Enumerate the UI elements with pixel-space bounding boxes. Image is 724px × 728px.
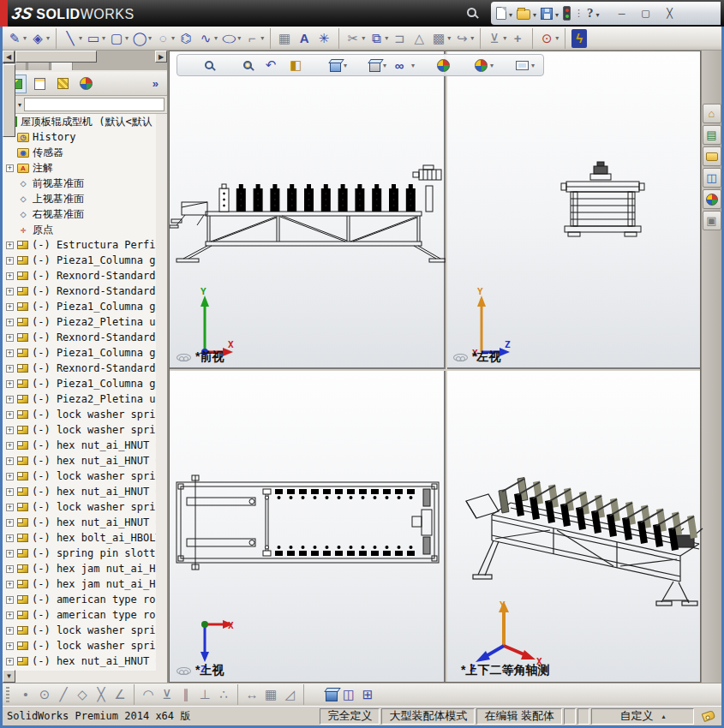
tree-expander[interactable]: + — [6, 242, 14, 249]
custom-properties-icon[interactable]: ▣ — [703, 211, 721, 230]
perpendicular-snap-icon[interactable]: ⊥ — [195, 684, 214, 705]
tree-item-part[interactable]: + (-) lock washer spring — [3, 422, 156, 438]
previous-view-icon[interactable]: ↶ — [263, 57, 283, 73]
tree-item-part[interactable]: + (-) hex nut_ai_HNUT 0.7 — [3, 653, 156, 669]
view-orientation-icon[interactable]: ▾ — [313, 59, 347, 72]
scroll-right-arrow[interactable]: ▶ — [155, 51, 167, 63]
tree-expander[interactable]: + — [6, 473, 14, 480]
save-icon[interactable] — [541, 8, 553, 20]
custom-status-dropdown[interactable]: 自定义 ▴ — [591, 708, 694, 725]
tree-item-part[interactable]: + (-) lock washer spring — [3, 499, 156, 515]
tree-item-part[interactable]: + (-) hex jam nut_ai_HJNU — [3, 561, 156, 576]
section-view-icon[interactable]: ◧ — [288, 57, 308, 73]
tree-item-part[interactable]: + (-) Rexnord-Standard Du — [3, 330, 156, 345]
polygon-snap-icon[interactable]: ◇ — [73, 684, 92, 705]
angle-snap-icon[interactable]: ∠ — [111, 684, 129, 705]
tree-expander[interactable]: + — [6, 550, 14, 558]
tree-item-front-plane[interactable]: 前视基准面 — [3, 176, 156, 191]
design-library-icon[interactable]: ▤ — [703, 125, 721, 145]
menu-item[interactable] — [255, 10, 271, 17]
help-icon[interactable]: ? — [587, 6, 594, 21]
tree-item-right-plane[interactable]: 右视基准面 — [3, 206, 156, 222]
tree-item-part[interactable]: + (-) lock washer spring — [3, 468, 156, 484]
tree-expander[interactable]: + — [6, 612, 14, 619]
smart-dimension-icon[interactable]: ◈▾ — [28, 28, 51, 49]
expand-chevron[interactable]: » — [153, 77, 164, 90]
tree-item-part[interactable]: + (-) american type rolle — [3, 607, 156, 623]
tree-expander[interactable]: + — [6, 504, 14, 511]
tree-expander[interactable]: + — [6, 257, 14, 265]
tree-item-part[interactable]: + (-) lock washer spring — [3, 638, 156, 653]
tree-item-part[interactable]: + (-) lock washer spring — [3, 623, 156, 638]
midpoint-snap-icon[interactable]: ⊻ — [158, 684, 177, 705]
rectangle-icon[interactable]: ▭▾ — [84, 28, 107, 49]
arc-icon[interactable]: ◌▾ — [153, 28, 177, 49]
view-palette-icon[interactable]: ◫ — [703, 168, 721, 188]
tree-expander[interactable]: + — [6, 365, 14, 373]
circle-icon[interactable]: ◯▾ — [130, 28, 153, 49]
tree-expander[interactable]: + — [6, 457, 14, 465]
tree-expander[interactable]: + — [6, 488, 14, 496]
tree-expander[interactable]: + — [6, 534, 14, 542]
tree-item-part[interactable]: + (-) Pieza1_Columna guia — [3, 253, 156, 268]
tree-item-part[interactable]: + (-) hex bolt_ai_HBOLT 1 — [3, 530, 156, 546]
intersection-snap-icon[interactable]: ╳ — [92, 684, 111, 705]
tree-expander[interactable]: + — [6, 565, 14, 573]
tree-item-part[interactable]: + (-) Rexnord-Standard Du — [3, 361, 156, 376]
close-button[interactable]: ╳ — [659, 6, 681, 21]
tree-expander[interactable]: + — [6, 334, 14, 342]
appearances-icon[interactable] — [703, 189, 721, 209]
scrollbar-thumb[interactable] — [15, 51, 97, 63]
tree-expander[interactable]: + — [6, 427, 14, 434]
two-pane-icon[interactable]: ◫ — [339, 684, 358, 705]
point-snap-icon[interactable]: • — [16, 684, 35, 705]
menu-item[interactable] — [238, 10, 254, 17]
menu-item[interactable] — [221, 10, 236, 17]
tree-expander[interactable]: + — [6, 442, 14, 450]
home-icon[interactable]: ⌂ — [703, 104, 721, 123]
menu-item[interactable] — [187, 10, 202, 17]
angle-measure-icon[interactable]: ◿ — [280, 684, 299, 705]
tree-expander[interactable]: + — [6, 272, 14, 280]
menu-item[interactable] — [153, 10, 168, 17]
tree-item-part[interactable]: + (-) Pieza1_Columna guia — [3, 345, 156, 361]
tree-item-part[interactable]: + (-) spring pin slotted_ — [3, 546, 156, 561]
tree-expander[interactable]: + — [6, 581, 14, 588]
rebuild-traffic-light-icon[interactable] — [563, 6, 571, 21]
new-document-icon[interactable] — [496, 7, 506, 20]
tree-expander[interactable]: + — [6, 319, 14, 326]
tree-item-origin[interactable]: 原点 — [3, 222, 156, 237]
edit-appearance-icon[interactable] — [420, 59, 452, 72]
move-icon[interactable]: ↪▾ — [452, 28, 476, 49]
display-relations-icon[interactable]: ⊻▾ — [480, 28, 508, 49]
trim-icon[interactable]: ✂▾ — [338, 28, 367, 49]
scroll-left-arrow[interactable]: ◀ — [3, 51, 15, 63]
tree-item-part[interactable]: + (-) Estructura Perfilad — [3, 237, 156, 253]
convert-entities-icon[interactable]: ⧉▾ — [367, 28, 390, 49]
menu-item[interactable] — [204, 10, 219, 17]
scrollbar-thumb[interactable] — [3, 64, 15, 137]
tree-item-part[interactable]: + (-) hex nut_ai_HNUT 0.7 — [3, 438, 156, 453]
scroll-down-arrow[interactable]: ▼ — [3, 670, 15, 683]
displaymanager-tab-icon[interactable] — [75, 75, 96, 93]
apply-scene-icon[interactable]: ▾ — [458, 59, 494, 72]
four-pane-icon[interactable]: ⊞ — [358, 684, 377, 705]
search-icon[interactable] — [467, 8, 476, 17]
ellipse-icon[interactable]: ◯▾ — [219, 28, 242, 49]
configurationmanager-tab-icon[interactable] — [52, 75, 73, 93]
quick-snaps-icon[interactable]: ⊙▾ — [532, 28, 560, 49]
tree-expander[interactable]: + — [6, 596, 14, 604]
tree-item-part[interactable]: + (-) hex nut_ai_HNUT 0.7 — [3, 484, 156, 499]
rapid-sketch-icon[interactable]: ϟ — [565, 28, 589, 49]
tree-expander[interactable]: + — [6, 349, 14, 357]
tree-item-part[interactable]: + (-) hex jam nut_ai_HJNU — [3, 576, 156, 592]
parallel-snap-icon[interactable]: ∥ — [177, 684, 195, 705]
tree-expander[interactable]: + — [6, 642, 14, 650]
tree-item-part[interactable]: + (-) Pieza2_Pletina unio — [3, 391, 156, 407]
tree-item-part[interactable]: + (-) hex nut_ai_HNUT 0.7 — [3, 515, 156, 530]
tree-expander[interactable]: + — [6, 380, 14, 388]
tree-item-history[interactable]: History — [3, 129, 156, 145]
selection-box-icon[interactable]: ▦ — [270, 28, 295, 49]
hide-show-icon[interactable]: ∞▾ — [392, 58, 415, 73]
tree-item-part[interactable]: + (-) Rexnord-Standard Du — [3, 268, 156, 283]
